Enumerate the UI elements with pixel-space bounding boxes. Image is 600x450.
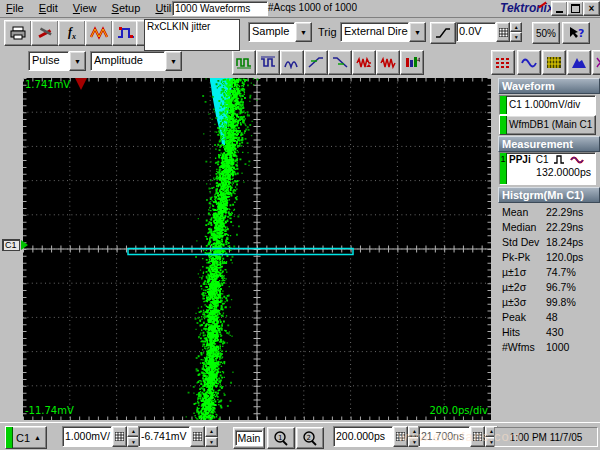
timebase-main-button[interactable]: Main xyxy=(233,427,265,449)
trigger-position-icon[interactable] xyxy=(75,78,87,90)
histogram-button[interactable] xyxy=(567,50,591,75)
meas-positive-width-button[interactable] xyxy=(232,50,256,75)
print-button[interactable] xyxy=(4,20,32,46)
chevron-down-icon[interactable]: ▼ xyxy=(69,51,86,71)
keypad-icon xyxy=(499,28,508,37)
keypad-button[interactable] xyxy=(190,426,205,447)
help-cursor-icon: ? xyxy=(568,26,584,40)
magnifier-1-icon: 1 xyxy=(273,431,289,446)
pulse-glyph-icon xyxy=(553,155,565,164)
meas-rise-time-button[interactable] xyxy=(304,50,328,75)
spin-up-icon[interactable]: ▲ xyxy=(205,426,218,437)
measure-category-value: Pulse xyxy=(28,51,69,71)
measurement-item[interactable]: 1 PPJi C1 132.0000ps xyxy=(499,152,596,185)
tooltip: RxCLKIN jitter xyxy=(144,19,240,51)
zoom-50pct-button[interactable]: 50% xyxy=(532,22,560,44)
waveform-item-wfmdb1[interactable]: WfmDB1 (Main C1 xyxy=(499,115,596,135)
meas-period-button[interactable] xyxy=(280,50,304,75)
jitter-icon xyxy=(380,56,396,69)
channel-color-chip xyxy=(6,427,13,448)
chevron-down-icon[interactable]: ▼ xyxy=(295,22,312,42)
trigger-slope-button[interactable] xyxy=(430,22,456,44)
bottom-control-bar: C1 ▲ 1.000mV/ ▲ ▼ -6.741mV ▲ ▼ Main 1 xyxy=(0,422,600,450)
channel-color-chip xyxy=(500,96,507,114)
wfm-database-button[interactable] xyxy=(542,50,566,75)
minimize-button[interactable] xyxy=(551,1,568,16)
meas-jitter-button[interactable] xyxy=(376,50,400,75)
menu-file[interactable]: File xyxy=(0,0,30,16)
trigger-source-select[interactable]: External Direct ▼ xyxy=(340,22,426,42)
measure-type-value: Amplitude xyxy=(90,51,165,71)
sine-wave-button[interactable] xyxy=(517,50,541,75)
magnifier-1-button[interactable]: 1 xyxy=(267,427,295,449)
keypad-button[interactable] xyxy=(393,426,408,447)
mask-test-button[interactable] xyxy=(491,50,515,75)
negative-width-icon xyxy=(260,56,276,69)
keypad-button[interactable] xyxy=(112,426,127,447)
restore-button[interactable] xyxy=(567,1,584,16)
channel-select-button[interactable]: C1 ▲ xyxy=(5,426,47,449)
menu-setup[interactable]: Setup xyxy=(106,0,147,16)
vertical-scale-field[interactable]: 1.000mV/ xyxy=(62,426,112,447)
horizontal-scale-field[interactable]: 200.000ps xyxy=(333,426,393,447)
histogram-icon xyxy=(571,56,587,69)
rise-time-icon xyxy=(308,56,324,69)
trigger-level-field[interactable]: 0.0V xyxy=(456,22,496,42)
spin-down-icon[interactable]: ▼ xyxy=(205,437,218,448)
vertical-scale-group: 1.000mV/ ▲ ▼ xyxy=(62,426,140,447)
channel-marker[interactable]: C1 xyxy=(2,238,20,251)
channel-color-chip xyxy=(500,116,507,134)
magnifier-2-button[interactable]: 2 xyxy=(296,427,324,449)
stat-row: Hits430 xyxy=(498,324,598,339)
stat-row: Pk-Pk120.0ps xyxy=(498,249,598,264)
channel-marker-arrow-icon xyxy=(21,240,28,250)
spin-up-icon[interactable]: ▲ xyxy=(510,22,522,32)
menu-edit[interactable]: Edit xyxy=(33,0,64,16)
eye-diagram-icon xyxy=(596,56,600,69)
vertical-bottom-label: -11.74mV xyxy=(25,405,74,416)
keypad-button[interactable] xyxy=(496,22,510,42)
tools-button[interactable] xyxy=(31,20,59,46)
stat-row: Std Dev18.24ps xyxy=(498,234,598,249)
channel-select-label: C1 xyxy=(16,432,30,444)
stat-row: Median22.29ns xyxy=(498,219,598,234)
menu-view[interactable]: View xyxy=(67,0,103,16)
burst-icon xyxy=(356,56,372,69)
close-button[interactable]: × xyxy=(583,1,600,16)
vertical-offset-stepper[interactable]: ▲ ▼ xyxy=(205,426,218,447)
waveform-tool-button[interactable] xyxy=(85,20,113,46)
measurement-section-header: Measurement xyxy=(498,136,600,152)
svg-text:4: 4 xyxy=(417,56,420,63)
channel-marker-label: C1 xyxy=(2,239,20,251)
waveform-item-c1[interactable]: C1 1.000mV/div xyxy=(499,95,596,115)
meas-negative-width-button[interactable] xyxy=(256,50,280,75)
meas-stat-counter-button[interactable]: 4 xyxy=(400,50,424,75)
stat-row: µ±2σ96.7% xyxy=(498,279,598,294)
rising-edge-icon xyxy=(435,27,451,39)
waveform-display[interactable]: 1.741mV -11.74mV 200.0ps/div xyxy=(23,78,491,420)
meas-burst-button[interactable] xyxy=(352,50,376,75)
trig-label: Trig xyxy=(318,26,337,38)
chevron-down-icon[interactable]: ▼ xyxy=(165,51,182,71)
stat-row: µ±1σ74.7% xyxy=(498,264,598,279)
spin-down-icon[interactable]: ▼ xyxy=(510,32,522,42)
positive-width-icon xyxy=(236,56,252,69)
meas-fall-time-button[interactable] xyxy=(328,50,352,75)
histogram-section-header: Histgrm(Mn C1) xyxy=(498,187,600,203)
histogram-stats-list: Mean22.29ns Median22.29ns Std Dev18.24ps… xyxy=(498,204,598,354)
trigger-level-stepper[interactable]: ▲ ▼ xyxy=(510,22,522,42)
measure-type-select[interactable]: Amplitude ▼ xyxy=(90,51,182,71)
keypad-button[interactable] xyxy=(470,426,485,447)
eye-diagram-button[interactable] xyxy=(592,50,600,75)
fx-button[interactable]: fx xyxy=(58,20,86,46)
measure-category-select[interactable]: Pulse ▼ xyxy=(28,51,86,71)
chevron-down-icon[interactable]: ▼ xyxy=(409,22,426,42)
acquisition-mode-select[interactable]: Sample ▼ xyxy=(248,22,312,42)
svg-text:1: 1 xyxy=(278,434,282,442)
context-help-button[interactable]: ? xyxy=(562,22,590,44)
vertical-offset-field[interactable]: -6.741mV xyxy=(138,426,190,447)
mask-test-icon xyxy=(495,56,511,69)
measurement-source: C1 xyxy=(536,154,549,165)
keypad-icon xyxy=(115,432,124,441)
horizontal-position-field[interactable]: 21.700ns xyxy=(418,426,470,447)
